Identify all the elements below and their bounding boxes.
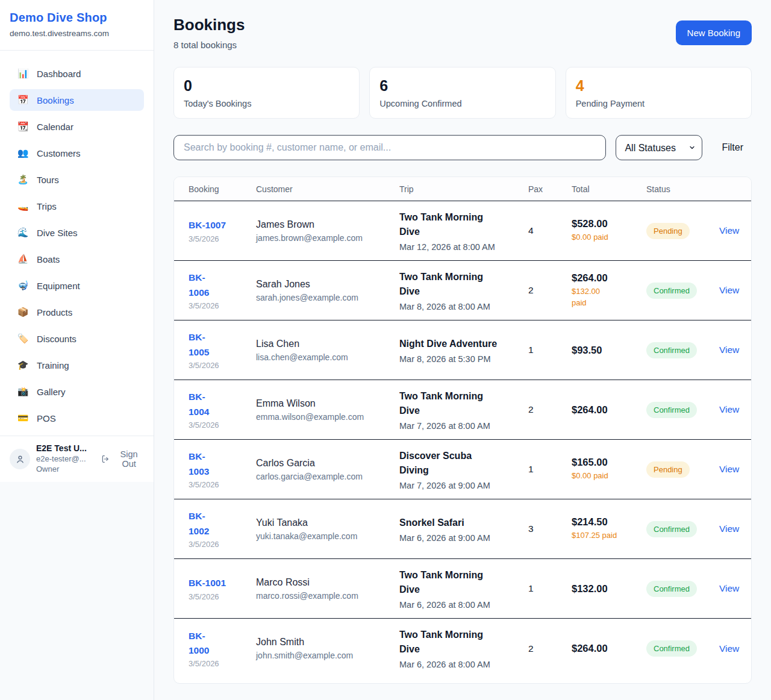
page-subtitle: 8 total bookings xyxy=(173,40,245,50)
view-link[interactable]: View xyxy=(719,583,739,593)
sidebar-item-products[interactable]: 📦 Products xyxy=(10,301,144,323)
customer-email: lisa.chen@example.com xyxy=(256,352,399,362)
total-amount: $264.00 xyxy=(572,643,646,654)
package-icon: 📦 xyxy=(17,307,29,317)
main-content: Bookings 8 total bookings New Booking 0 … xyxy=(154,0,771,700)
booking-id-link[interactable]: BK- 1004 xyxy=(189,390,209,419)
user-email: e2e-tester@... xyxy=(36,454,95,464)
customer-email: sarah.jones@example.com xyxy=(256,293,399,302)
sidebar-item-bookings[interactable]: 📅 Bookings xyxy=(10,89,144,111)
booking-id-link[interactable]: BK- 1000 xyxy=(189,629,209,658)
pax-count: 2 xyxy=(528,285,572,296)
view-link[interactable]: View xyxy=(719,523,739,534)
pax-count: 2 xyxy=(528,404,572,415)
paid-amount: $0.00 paid xyxy=(572,232,646,243)
person-icon xyxy=(15,454,25,464)
sidebar-header: Demo Dive Shop demo.test.divestreams.com xyxy=(0,0,154,51)
view-link[interactable]: View xyxy=(719,643,739,654)
customer-email: james.brown@example.com xyxy=(256,233,399,243)
sidebar-item-equipment[interactable]: 🤿 Equipment xyxy=(10,275,144,296)
sidebar-item-label: Boats xyxy=(37,254,60,264)
paid-amount: $107.25 paid xyxy=(572,530,646,542)
customer-name: John Smith xyxy=(256,637,399,648)
sidebar-item-label: Gallery xyxy=(37,387,66,397)
table-row: BK- 1006 3/5/2026 Sarah Jones sarah.jone… xyxy=(174,261,751,320)
trip-name: Two Tank Morning Dive xyxy=(399,270,528,299)
sign-out-button[interactable]: Sign Out xyxy=(101,449,144,469)
sidebar-item-dive-sites[interactable]: 🌊 Dive Sites xyxy=(10,222,144,243)
booking-id-link[interactable]: BK- 1002 xyxy=(189,509,209,538)
sidebar-item-label: Tours xyxy=(37,175,59,185)
search-input[interactable] xyxy=(173,135,606,160)
sidebar: Demo Dive Shop demo.test.divestreams.com… xyxy=(0,0,154,700)
new-booking-button[interactable]: New Booking xyxy=(676,20,752,45)
app-name: Demo Dive Shop xyxy=(10,11,144,25)
customer-email: carlos.garcia@example.com xyxy=(256,472,399,481)
booking-date: 3/5/2026 xyxy=(189,234,256,243)
sidebar-item-label: Trips xyxy=(37,201,57,211)
filter-button[interactable]: Filter xyxy=(722,142,743,153)
booking-date: 3/5/2026 xyxy=(189,361,256,370)
booking-date: 3/5/2026 xyxy=(189,659,256,668)
sidebar-item-pos[interactable]: 💳 POS xyxy=(10,407,144,429)
bookings-table: Booking Customer Trip Pax Total Status B… xyxy=(173,177,752,684)
customer-name: Sarah Jones xyxy=(256,279,399,290)
total-amount: $132.00 xyxy=(572,583,646,595)
stat-label: Today's Bookings xyxy=(184,99,349,108)
sidebar-item-label: Bookings xyxy=(37,95,74,105)
paid-amount: $132.00 paid xyxy=(572,286,646,309)
status-badge: Confirmed xyxy=(646,402,697,418)
stat-label: Pending Payment xyxy=(576,99,741,108)
column-header-trip: Trip xyxy=(399,184,528,194)
view-link[interactable]: View xyxy=(719,225,739,236)
view-link[interactable]: View xyxy=(719,464,739,474)
booking-id-link[interactable]: BK- 1006 xyxy=(189,270,209,299)
booking-id-link[interactable]: BK-1001 xyxy=(189,576,226,590)
sidebar-item-trips[interactable]: 🚤 Trips xyxy=(10,195,144,217)
diving-mask-icon: 🤿 xyxy=(17,280,29,291)
customer-email: john.smith@example.com xyxy=(256,651,399,660)
pax-count: 1 xyxy=(528,583,572,594)
sidebar-item-training[interactable]: 🎓 Training xyxy=(10,354,144,376)
booking-id-link[interactable]: BK- 1003 xyxy=(189,449,209,478)
view-link[interactable]: View xyxy=(719,345,739,355)
sidebar-item-tours[interactable]: 🏝️ Tours xyxy=(10,169,144,190)
sidebar-item-calendar[interactable]: 📆 Calendar xyxy=(10,116,144,137)
view-link[interactable]: View xyxy=(719,285,739,295)
booking-date: 3/5/2026 xyxy=(189,301,256,310)
sidebar-item-discounts[interactable]: 🏷️ Discounts xyxy=(10,328,144,349)
view-link[interactable]: View xyxy=(719,404,739,414)
trip-datetime: Mar 6, 2026 at 9:00 AM xyxy=(399,533,528,543)
sidebar-item-customers[interactable]: 👥 Customers xyxy=(10,142,144,164)
camera-icon: 📸 xyxy=(17,386,29,397)
trip-name: Two Tank Morning Dive xyxy=(399,389,528,418)
stat-card-upcoming-confirmed: 6 Upcoming Confirmed xyxy=(369,67,555,119)
sidebar-item-label: Products xyxy=(37,307,72,317)
column-header-customer: Customer xyxy=(256,184,399,194)
status-filter-select[interactable]: All Statuses xyxy=(616,135,702,160)
status-badge: Confirmed xyxy=(646,283,697,299)
customer-name: Carlos Garcia xyxy=(256,458,399,469)
customer-name: Yuki Tanaka xyxy=(256,517,399,528)
sidebar-item-gallery[interactable]: 📸 Gallery xyxy=(10,381,144,402)
stat-label: Upcoming Confirmed xyxy=(379,99,545,108)
sidebar-item-boats[interactable]: ⛵ Boats xyxy=(10,248,144,270)
trip-name: Two Tank Morning Dive xyxy=(399,568,528,597)
people-icon: 👥 xyxy=(17,148,29,158)
trip-name: Snorkel Safari xyxy=(399,516,528,530)
avatar xyxy=(10,449,30,469)
speedboat-icon: 🚤 xyxy=(17,201,29,211)
status-badge: Confirmed xyxy=(646,342,697,358)
status-badge: Confirmed xyxy=(646,640,697,657)
sidebar-item-dashboard[interactable]: 📊 Dashboard xyxy=(10,63,144,84)
booking-id-link[interactable]: BK- 1005 xyxy=(189,330,209,359)
booking-date: 3/5/2026 xyxy=(189,592,256,601)
sidebar-nav: 📊 Dashboard 📅 Bookings 📆 Calendar 👥 Cust… xyxy=(0,51,154,434)
booking-id-link[interactable]: BK-1007 xyxy=(189,218,226,233)
pax-count: 1 xyxy=(528,464,572,475)
sidebar-item-label: POS xyxy=(37,413,56,423)
trip-datetime: Mar 6, 2026 at 8:00 AM xyxy=(399,600,528,610)
pax-count: 3 xyxy=(528,523,572,534)
customer-email: marco.rossi@example.com xyxy=(256,591,399,601)
trip-datetime: Mar 8, 2026 at 5:30 PM xyxy=(399,354,528,364)
